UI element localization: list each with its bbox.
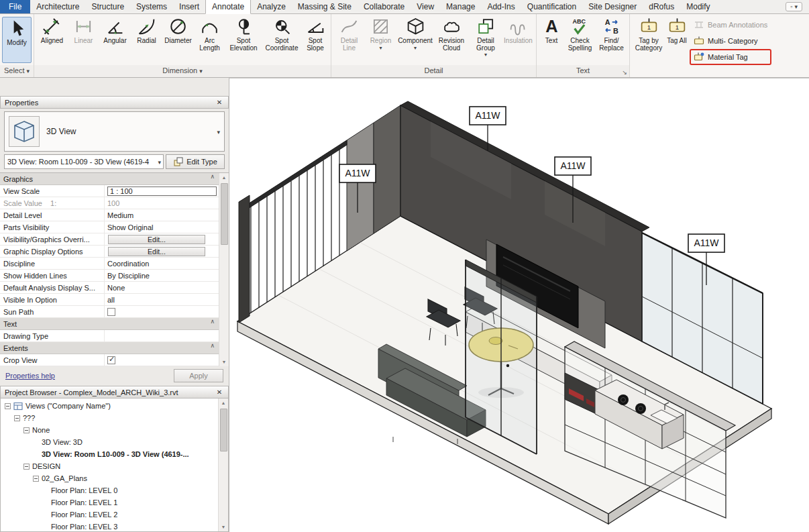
region-button[interactable]: Region xyxy=(365,15,396,50)
project-browser-scrollbar[interactable]: ▲ ▼ xyxy=(218,398,228,531)
text-panel-launcher-icon[interactable]: ↘ xyxy=(622,67,627,78)
scroll-up-icon[interactable]: ▲ xyxy=(222,173,227,182)
discipline-field[interactable]: Coordination xyxy=(105,258,219,269)
type-selector[interactable]: 3D View xyxy=(4,111,225,152)
section-graphics[interactable]: Graphics xyxy=(0,173,219,185)
material-tag-button[interactable]: Material Tag xyxy=(690,50,771,64)
graphic-display-edit-button[interactable]: Edit... xyxy=(108,247,205,256)
edit-type-button[interactable]: Edit Type xyxy=(166,154,225,169)
sun-path-checkbox[interactable] xyxy=(107,308,115,316)
collapse-box-icon[interactable] xyxy=(5,403,11,409)
collapse-box-icon[interactable] xyxy=(33,476,39,482)
properties-close-icon[interactable] xyxy=(215,99,224,106)
select-panel-label[interactable]: Select xyxy=(0,65,34,77)
tag-all-button[interactable]: 1 Tag All xyxy=(665,15,688,45)
vg-overrides-edit-button[interactable]: Edit... xyxy=(108,235,205,244)
tab-modify[interactable]: Modify xyxy=(680,0,716,13)
modify-button[interactable]: Modify xyxy=(2,17,32,63)
spot-coordinate-button[interactable]: Spot Coordinate xyxy=(262,15,302,52)
tree-item-02-ga-plans[interactable]: 02_GA_Plans xyxy=(2,472,218,484)
parts-visibility-field[interactable]: Show Original xyxy=(105,221,219,233)
scrollbar-thumb[interactable] xyxy=(220,409,227,451)
revision-cloud-button[interactable]: Revision Cloud xyxy=(434,15,469,52)
tree-item-none-group[interactable]: None xyxy=(2,424,218,436)
detail-panel-label[interactable]: Detail xyxy=(331,65,536,77)
tab-collaborate[interactable]: Collaborate xyxy=(358,0,411,13)
properties-titlebar[interactable]: Properties xyxy=(0,96,229,109)
diameter-dimension-button[interactable]: Diameter xyxy=(162,15,194,45)
default-analysis-field[interactable]: None xyxy=(105,282,219,293)
tree-item-floor-plan-level-2[interactable]: Floor Plan: LEVEL 2 xyxy=(2,509,218,521)
detail-level-field[interactable]: Medium xyxy=(105,209,219,221)
tab-drofus[interactable]: dRofus xyxy=(643,0,680,13)
check-spelling-button[interactable]: ABC Check Spelling xyxy=(564,15,596,52)
radial-dimension-button[interactable]: Radial xyxy=(131,15,162,45)
tab-architecture[interactable]: Architecture xyxy=(30,0,85,13)
detail-group-button[interactable]: Detail Group xyxy=(469,15,502,57)
collapse-chevron-icon[interactable] xyxy=(210,173,215,184)
scroll-up-icon[interactable]: ▲ xyxy=(221,398,226,407)
view-scale-field[interactable]: 1 : 100 xyxy=(107,187,217,196)
tab-view[interactable]: View xyxy=(411,0,440,13)
tree-item-views-root[interactable]: Views ("Company Name") xyxy=(2,400,218,412)
beam-annotations-button[interactable]: Beam Annotations xyxy=(690,17,771,32)
project-browser-close-icon[interactable] xyxy=(215,388,224,396)
linear-dimension-button[interactable]: Linear xyxy=(68,15,99,45)
show-hidden-lines-field[interactable]: By Discipline xyxy=(105,270,219,281)
section-text[interactable]: Text xyxy=(0,318,219,330)
find-replace-button[interactable]: AB Find/ Replace xyxy=(596,15,627,52)
detail-line-button[interactable]: Detail Line xyxy=(333,15,365,52)
project-browser-titlebar[interactable]: Project Browser - Complex_Model_ARCH_Wik… xyxy=(0,386,229,398)
insulation-button[interactable]: Insulation xyxy=(502,15,534,45)
tab-add-ins[interactable]: Add-Ins xyxy=(481,0,521,13)
ribbon-display-toggle-icon[interactable]: ▫ xyxy=(786,2,802,11)
tab-systems[interactable]: Systems xyxy=(130,0,173,13)
tab-manage[interactable]: Manage xyxy=(440,0,481,13)
tab-file[interactable]: File xyxy=(0,0,30,13)
tree-item-unknown-group[interactable]: ??? xyxy=(2,412,218,424)
tab-quantification[interactable]: Quantification xyxy=(521,0,582,13)
text-panel-label[interactable]: Text↘ xyxy=(537,65,629,77)
collapse-chevron-icon[interactable] xyxy=(210,342,215,354)
tab-annotate[interactable]: Annotate xyxy=(205,0,251,14)
tab-analyze[interactable]: Analyze xyxy=(251,0,292,13)
tab-site-designer[interactable]: Site Designer xyxy=(582,0,643,13)
3d-viewport[interactable]: A11W A11W A11W A11W xyxy=(229,78,809,532)
text-button[interactable]: A Text xyxy=(539,15,564,45)
collapse-chevron-icon[interactable] xyxy=(210,318,215,329)
drawing-type-field[interactable] xyxy=(105,330,219,341)
properties-help-link[interactable]: Properties help xyxy=(5,372,55,380)
collapse-box-icon[interactable] xyxy=(23,427,30,433)
type-selector-dropdown-icon[interactable] xyxy=(215,127,220,136)
crop-view-checkbox[interactable] xyxy=(107,356,115,364)
multi-category-button[interactable]: Multi- Category xyxy=(690,34,771,48)
scroll-down-icon[interactable]: ▼ xyxy=(222,358,227,366)
component-button[interactable]: Component xyxy=(396,15,434,50)
scrollbar-thumb[interactable] xyxy=(221,183,228,245)
tab-structure[interactable]: Structure xyxy=(85,0,130,13)
collapse-box-icon[interactable] xyxy=(23,464,30,470)
tree-item-design-group[interactable]: DESIGN xyxy=(2,460,218,472)
instance-selector[interactable]: 3D View: Room L10-009 - 3D View (4619-4 xyxy=(4,154,164,169)
tree-item-3d-view-room-l10-009[interactable]: 3D View: Room L10-009 - 3D View (4619-..… xyxy=(2,448,218,460)
angular-dimension-button[interactable]: Angular xyxy=(99,15,131,45)
tab-massing-site[interactable]: Massing & Site xyxy=(292,0,358,13)
tag-by-category-button[interactable]: 1 Tag by Category xyxy=(632,15,665,52)
spot-slope-button[interactable]: Spot Slope xyxy=(302,15,329,52)
tree-item-floor-plan-level-3[interactable]: Floor Plan: LEVEL 3 xyxy=(2,521,218,532)
properties-scrollbar[interactable]: ▲ ▼ xyxy=(219,173,229,366)
apply-button[interactable]: Apply xyxy=(174,369,223,382)
instance-selector-dropdown-icon[interactable] xyxy=(156,158,161,166)
tree-item-3d-view-3d[interactable]: 3D View: 3D xyxy=(2,436,218,448)
tree-item-floor-plan-level-1[interactable]: Floor Plan: LEVEL 1 xyxy=(2,496,218,509)
scroll-down-icon[interactable]: ▼ xyxy=(221,523,226,531)
arc-length-dimension-button[interactable]: Arc Length xyxy=(194,15,225,52)
visible-in-option-field[interactable]: all xyxy=(105,294,219,305)
tab-insert[interactable]: Insert xyxy=(173,0,205,13)
aligned-dimension-button[interactable]: Aligned xyxy=(36,15,68,45)
tree-item-floor-plan-level-0[interactable]: Floor Plan: LEVEL 0 xyxy=(2,484,218,496)
spot-elevation-button[interactable]: Spot Elevation xyxy=(225,15,262,52)
section-extents[interactable]: Extents xyxy=(0,342,219,354)
dimension-panel-label[interactable]: Dimension xyxy=(34,65,331,77)
collapse-box-icon[interactable] xyxy=(14,415,20,421)
